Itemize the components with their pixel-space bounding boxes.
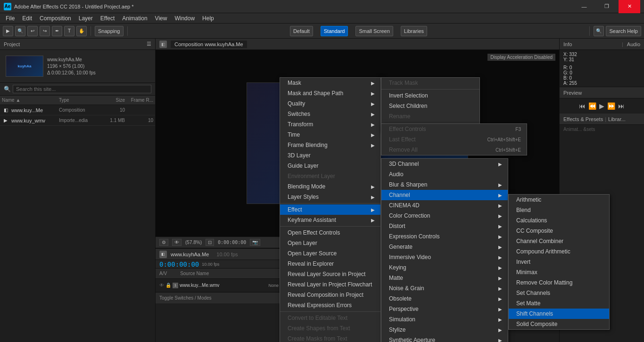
menu-effect[interactable]: Effect▶ <box>280 204 380 215</box>
maximize-button[interactable]: ❐ <box>596 0 618 13</box>
menu-layer[interactable]: Layer <box>75 13 97 24</box>
channel-blend[interactable]: Blend <box>509 205 609 215</box>
effect-channel[interactable]: Channel▶ <box>381 190 508 200</box>
menu-open-layer[interactable]: Open Layer <box>280 238 380 248</box>
menu-switches[interactable]: Switches▶ <box>280 109 380 119</box>
workspace-small-screen[interactable]: Small Screen <box>355 26 393 36</box>
channel-compound-arithmetic[interactable]: Compound Arithmetic <box>509 246 609 257</box>
menu-file[interactable]: File <box>2 13 18 24</box>
menu-composition[interactable]: Composition <box>36 13 75 24</box>
menu-mask[interactable]: Mask▶ <box>280 78 380 88</box>
close-button[interactable]: ✕ <box>619 0 640 13</box>
menu-layer-styles[interactable]: Layer Styles▶ <box>280 192 380 202</box>
menu-view[interactable]: View <box>151 13 171 24</box>
channel-set-channels[interactable]: Set Channels <box>509 288 609 298</box>
panel-menu-icon[interactable]: ☰ <box>147 41 151 47</box>
menu-window[interactable]: Window <box>171 13 198 24</box>
comp-fit-btn[interactable]: ⊡ <box>206 239 214 246</box>
effect-simulation[interactable]: Simulation▶ <box>381 314 508 325</box>
comp-preview-btn[interactable]: 👁 <box>172 239 182 246</box>
channel-set-matte[interactable]: Set Matte <box>509 298 609 309</box>
effect-generate[interactable]: Generate▶ <box>381 242 508 252</box>
tool-hand[interactable]: ✋ <box>76 26 87 36</box>
tool-search[interactable]: 🔍 <box>15 26 25 36</box>
effect-expression-controls[interactable]: Expression Controls▶ <box>381 231 508 242</box>
tool-select[interactable]: ▶ <box>3 26 13 36</box>
effect-synthetic-aperture[interactable]: Synthetic Aperture▶ <box>381 335 508 342</box>
channel-minimax[interactable]: Minimax <box>509 267 609 277</box>
search-button[interactable]: 🔍 <box>594 26 604 36</box>
menu-reveal-layer-source[interactable]: Reveal Layer Source in Project <box>280 269 380 279</box>
effect-immersive-video[interactable]: Immersive Video▶ <box>381 252 508 262</box>
channel-invert[interactable]: Invert <box>509 257 609 267</box>
file-row-media[interactable]: ▶ www.kuy_wmv Importe...edia 1.1 MB 10 <box>0 115 155 126</box>
workspace-standard[interactable]: Standard <box>321 26 348 36</box>
menu-reveal-composition[interactable]: Reveal Composition in Project <box>280 290 380 300</box>
menu-transform[interactable]: Transform▶ <box>280 119 380 130</box>
track-eye-icon[interactable]: 👁 <box>159 283 164 288</box>
channel-arithmetic[interactable]: Arithmetic <box>509 195 609 205</box>
channel-combiner[interactable]: Channel Combiner <box>509 236 609 246</box>
workspace-default[interactable]: Default <box>290 26 313 36</box>
menu-keyframe-assistant[interactable]: Keyframe Assistant▶ <box>280 215 380 225</box>
channel-cc-composite[interactable]: CC Composite <box>509 226 609 236</box>
track-lock-icon[interactable]: 🔒 <box>165 283 171 288</box>
tool-pen[interactable]: ✒ <box>52 26 62 36</box>
menu-reveal-layer-flowchart[interactable]: Reveal Layer in Project Flowchart <box>280 279 380 290</box>
channel-calculations[interactable]: Calculations <box>509 215 609 226</box>
libraries-title[interactable]: Librar... <box>608 116 626 122</box>
tool-undo[interactable]: ↩ <box>27 26 38 36</box>
minimize-button[interactable]: — <box>573 0 595 13</box>
preview-next-btn[interactable]: ⏩ <box>607 102 615 110</box>
effect-noise-grain[interactable]: Noise & Grain▶ <box>381 283 508 293</box>
effect-cinema4d[interactable]: CINEMA 4D▶ <box>381 200 508 211</box>
snapping-toggle[interactable]: Snapping <box>95 26 124 36</box>
menu-blending-mode[interactable]: Blending Mode▶ <box>280 181 380 192</box>
tool-redo[interactable]: ↪ <box>40 26 50 36</box>
menu-quality[interactable]: Quality▶ <box>280 98 380 109</box>
search-help[interactable]: Search Help <box>606 26 641 36</box>
menu-effect[interactable]: Effect <box>97 13 118 24</box>
effect-obsolete[interactable]: Obsolete▶ <box>381 293 508 304</box>
comp-settings-btn[interactable]: ⚙ <box>159 239 168 246</box>
project-search-input[interactable] <box>13 85 151 93</box>
effect-distort[interactable]: Distort▶ <box>381 221 508 231</box>
workspace-libraries[interactable]: Libraries <box>401 26 427 36</box>
menu-mask-shape-path[interactable]: Mask and Shape Path▶ <box>280 88 380 98</box>
composition-tab[interactable]: Composition www.kuyhAa.Me <box>171 41 247 48</box>
effect-3d-channel[interactable]: 3D Channel▶ <box>381 159 508 169</box>
effect-color-correction[interactable]: Color Correction▶ <box>381 211 508 221</box>
audio-title[interactable]: Audio <box>627 41 640 47</box>
menu-3d-layer[interactable]: 3D Layer <box>280 150 380 161</box>
menu-help[interactable]: Help <box>198 13 218 24</box>
channel-solid-composite[interactable]: Solid Composite <box>509 319 609 329</box>
preview-prev-btn[interactable]: ⏪ <box>588 102 596 110</box>
comp-snapshot-btn[interactable]: 📷 <box>250 239 260 246</box>
preview-forward-btn[interactable]: ⏭ <box>618 102 625 110</box>
effect-blur-sharpen[interactable]: Blur & Sharpen▶ <box>381 179 508 190</box>
channel-remove-color-matting[interactable]: Remove Color Matting <box>509 277 609 288</box>
effect-matte[interactable]: Matte▶ <box>381 273 508 283</box>
menu-open-layer-source[interactable]: Open Layer Source <box>280 248 380 259</box>
preview-rewind-btn[interactable]: ⏮ <box>579 102 586 110</box>
effect-audio[interactable]: Audio <box>381 169 508 179</box>
effect-perspective[interactable]: Perspective▶ <box>381 304 508 314</box>
col-header-name: Name ▲ <box>2 98 59 103</box>
menu-animation[interactable]: Animation <box>118 13 151 24</box>
file-row-composition[interactable]: ◧ www.kuy...Me Composition 10 <box>0 105 155 115</box>
menu-open-effect-controls[interactable]: Open Effect Controls <box>280 228 380 238</box>
menu-reveal-expression-errors[interactable]: Reveal Expression Errors <box>280 300 380 310</box>
tool-text[interactable]: T <box>64 26 74 36</box>
effect-stylize[interactable]: Stylize▶ <box>381 325 508 335</box>
comp-tab-bar: ◧ Composition www.kuyhAa.Me <box>156 39 559 50</box>
submenu-select-children[interactable]: Select Children <box>381 101 479 111</box>
channel-shift-channels[interactable]: Shift Channels <box>509 309 609 319</box>
menu-frame-blending[interactable]: Frame Blending▶ <box>280 140 380 150</box>
menu-time[interactable]: Time▶ <box>280 130 380 140</box>
submenu-invert-selection[interactable]: Invert Selection <box>381 90 479 101</box>
menu-reveal-explorer[interactable]: Reveal in Explorer <box>280 259 380 269</box>
effect-keying[interactable]: Keying▶ <box>381 262 508 273</box>
menu-guide-layer[interactable]: Guide Layer <box>280 161 380 171</box>
preview-play-btn[interactable]: ▶ <box>599 102 604 110</box>
menu-edit[interactable]: Edit <box>18 13 36 24</box>
